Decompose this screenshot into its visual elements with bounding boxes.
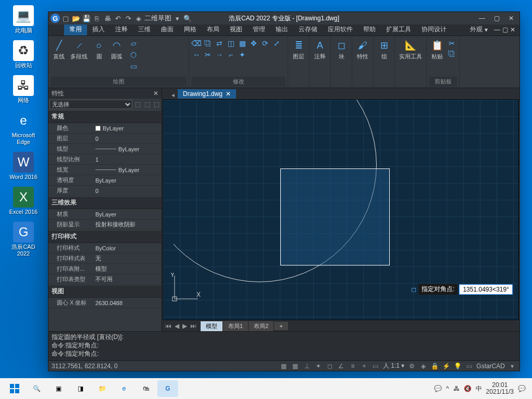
- draw-small-1[interactable]: ▱: [128, 38, 139, 49]
- annotation-button[interactable]: A注释: [312, 38, 328, 62]
- qa-open-icon[interactable]: 📂: [71, 14, 81, 23]
- store-button[interactable]: 🛍: [135, 380, 156, 397]
- property-row[interactable]: 打印样式表无: [48, 253, 162, 264]
- dropdown-icon[interactable]: ▾: [172, 14, 182, 23]
- dynamic-input-value[interactable]: 1351.0493<319°: [460, 285, 512, 294]
- layout-next-icon[interactable]: ▶: [181, 322, 188, 330]
- layout-first-icon[interactable]: ⏮: [164, 322, 172, 330]
- notifications-icon[interactable]: 💬: [518, 385, 526, 392]
- circle-button[interactable]: ○圆: [91, 38, 107, 62]
- property-group-header[interactable]: 常规: [48, 110, 162, 123]
- polar-toggle[interactable]: ✦: [314, 362, 323, 370]
- paste-button[interactable]: 📋粘贴: [429, 38, 446, 62]
- property-row[interactable]: 圆心 X 坐标2630.0488: [48, 298, 162, 308]
- modify-rotate[interactable]: ⟳: [260, 38, 270, 49]
- layout-last-icon[interactable]: ⏭: [189, 322, 197, 330]
- ribbon-tab[interactable]: 应用软件: [323, 23, 358, 35]
- document-tab[interactable]: Drawing1.dwg✕: [178, 89, 236, 99]
- property-row[interactable]: 透明度ByLayer: [48, 175, 162, 186]
- ribbon-tab[interactable]: 常用: [64, 23, 87, 35]
- modify-fillet[interactable]: ⌐: [226, 50, 236, 60]
- desktop-icon[interactable]: WWord 2016: [5, 152, 42, 180]
- modify-extend[interactable]: →: [214, 50, 225, 60]
- status-menu[interactable]: ▾: [508, 362, 516, 370]
- property-row[interactable]: 图层0: [48, 134, 162, 144]
- chat-icon[interactable]: 💬: [434, 385, 442, 392]
- maximize-button[interactable]: ▢: [490, 14, 503, 23]
- qa-new-icon[interactable]: ▢: [61, 14, 70, 23]
- start-button[interactable]: [4, 380, 25, 397]
- properties-button[interactable]: 🖌特性: [354, 38, 371, 62]
- widgets-button[interactable]: ◨: [70, 380, 91, 397]
- desktop-icon[interactable]: 💻此电脑: [5, 5, 42, 34]
- snap-toggle[interactable]: ▦: [291, 362, 300, 370]
- app-logo-icon[interactable]: G: [51, 14, 60, 23]
- group-button[interactable]: ⊞组: [376, 38, 392, 62]
- volume-icon[interactable]: 🔇: [464, 385, 472, 392]
- layer-button[interactable]: ≣图层: [290, 38, 307, 62]
- arc-button[interactable]: ◠圆弧: [108, 38, 125, 62]
- cad-taskbar-button[interactable]: G: [157, 380, 178, 397]
- layout-tab[interactable]: 布局1: [223, 321, 249, 331]
- ribbon-tab[interactable]: 网格: [179, 23, 202, 35]
- scale-display[interactable]: 人 1:1 ▾: [383, 361, 404, 370]
- property-row[interactable]: 打印表类型不可用: [48, 274, 162, 285]
- block-button[interactable]: ◻块: [333, 38, 350, 62]
- selection-dropdown[interactable]: 无选择: [50, 100, 132, 109]
- ribbon-tab[interactable]: 视图: [225, 23, 248, 35]
- layout-add-button[interactable]: +: [274, 322, 288, 330]
- props-close-icon[interactable]: ✕: [153, 90, 158, 97]
- qa-saveas-icon[interactable]: ⎘: [92, 14, 102, 23]
- layout-prev-icon[interactable]: ◀: [174, 322, 180, 330]
- desktop-icon[interactable]: eMicrosoftEdge: [5, 110, 42, 146]
- hardware-accel[interactable]: ⚡: [442, 362, 450, 370]
- ribbon-tab[interactable]: 云存储: [293, 23, 323, 35]
- props-tool-2[interactable]: ⬚: [143, 100, 151, 108]
- ribbon-tab[interactable]: 布局: [202, 23, 225, 35]
- clock[interactable]: 20:012021/11/3: [486, 382, 514, 395]
- props-tool-1[interactable]: ⬚: [133, 100, 142, 108]
- property-row[interactable]: 厚度0: [48, 186, 162, 196]
- qa-redo-icon[interactable]: ↷: [123, 14, 133, 23]
- tab-close-icon[interactable]: ✕: [226, 90, 231, 98]
- property-row[interactable]: 阴影显示投射和接收阴影: [48, 220, 162, 230]
- desktop-icon[interactable]: G浩辰CAD2022: [5, 222, 42, 257]
- line-button[interactable]: ╱直线: [51, 38, 67, 62]
- qa-undo-icon[interactable]: ↶: [113, 14, 122, 23]
- property-row[interactable]: 线型比例1: [48, 154, 162, 165]
- qa-workspace-icon[interactable]: ◈: [134, 14, 143, 23]
- modify-trim[interactable]: ✂: [203, 50, 213, 60]
- search-button[interactable]: 🔍: [26, 380, 47, 397]
- minimize-button[interactable]: —: [476, 14, 488, 23]
- props-tool-3[interactable]: ⬚: [152, 100, 160, 108]
- dyn-toggle[interactable]: +: [360, 362, 368, 370]
- ribbon-tab[interactable]: 扩展工具: [381, 23, 416, 35]
- ribbon-tab[interactable]: 三维: [133, 23, 156, 35]
- desktop-icon[interactable]: 🖧网络: [5, 75, 42, 104]
- desktop-icon[interactable]: XExcel 2016: [5, 187, 42, 215]
- modify-erase[interactable]: ⌫: [191, 38, 202, 49]
- ribbon-tab[interactable]: 注释: [110, 23, 133, 35]
- draw-small-3[interactable]: ▭: [128, 61, 139, 71]
- ortho-toggle[interactable]: ⊥: [303, 362, 311, 370]
- isolate-toggle[interactable]: 💡: [453, 362, 462, 370]
- modify-stretch[interactable]: ↔: [191, 50, 202, 60]
- command-line[interactable]: 指定圆的半径或 [直径(D)]:命令:指定对角点:命令:指定对角点:: [48, 331, 519, 360]
- draw-small-2[interactable]: ⬡: [128, 50, 139, 60]
- ribbon-tab[interactable]: 帮助: [358, 23, 381, 35]
- cut-icon[interactable]: ✂: [447, 38, 457, 49]
- qa-print-icon[interactable]: 🖶: [103, 14, 112, 23]
- property-row[interactable]: 打印样式ByColor: [48, 243, 162, 253]
- appearance-menu[interactable]: 外观▾—▢✕: [466, 23, 519, 35]
- utilities-button[interactable]: 📐实用工具: [397, 38, 424, 62]
- copy-icon[interactable]: ⿻: [447, 49, 457, 59]
- ribbon-tab[interactable]: 曲面: [156, 23, 179, 35]
- annotation-scale[interactable]: ⚙: [407, 362, 416, 370]
- ribbon-tab[interactable]: 管理: [248, 23, 270, 35]
- grid-toggle[interactable]: ▦: [280, 362, 288, 370]
- drawing-canvas[interactable]: YX ◻ 指定对角点: 1351.0493<319°: [163, 99, 519, 320]
- property-group-header[interactable]: 三维效果: [48, 196, 162, 209]
- edge-button[interactable]: e: [114, 380, 134, 397]
- desktop-icon[interactable]: ♻回收站: [5, 40, 42, 69]
- modify-mirror[interactable]: ⇄: [214, 38, 225, 49]
